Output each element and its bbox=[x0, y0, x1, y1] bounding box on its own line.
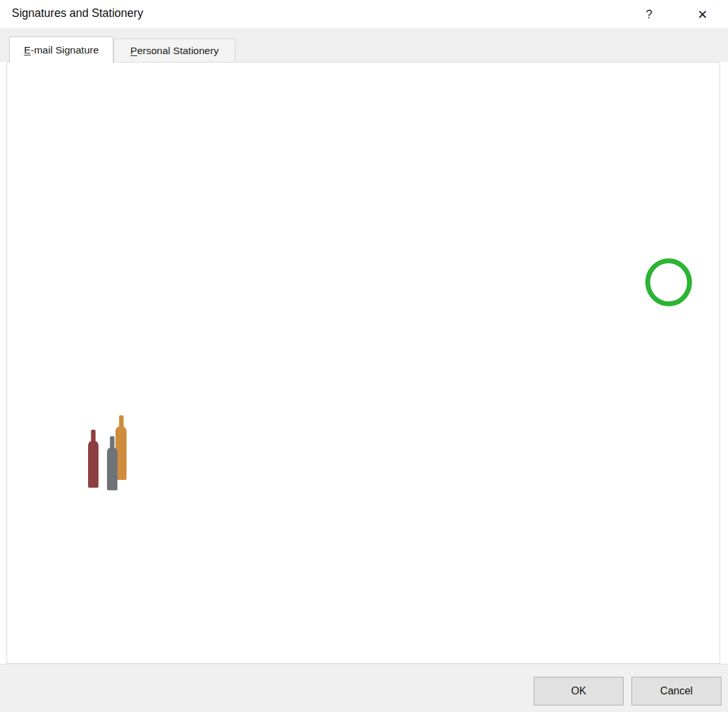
cancel-button[interactable]: Cancel bbox=[631, 677, 721, 705]
dialog-footer: OK Cancel bbox=[0, 664, 728, 712]
tab-email-signature[interactable]: E-mail Signature bbox=[9, 37, 114, 63]
title-bar: Signatures and Stationery ? ✕ bbox=[0, 0, 728, 28]
tab-personal-stationery-label: Personal Stationery bbox=[130, 45, 219, 57]
help-button[interactable]: ? bbox=[639, 4, 659, 25]
signatures-dialog: Signatures and Stationery ? ✕ E-mail Sig… bbox=[0, 0, 728, 712]
tab-personal-stationery[interactable]: Personal Stationery bbox=[114, 38, 235, 63]
ok-button[interactable]: OK bbox=[534, 677, 624, 705]
dialog-title: Signatures and Stationery bbox=[12, 7, 143, 20]
tab-email-signature-label: E-mail Signature bbox=[24, 44, 99, 56]
close-button[interactable]: ✕ bbox=[693, 4, 712, 25]
tab-panel bbox=[7, 62, 720, 664]
